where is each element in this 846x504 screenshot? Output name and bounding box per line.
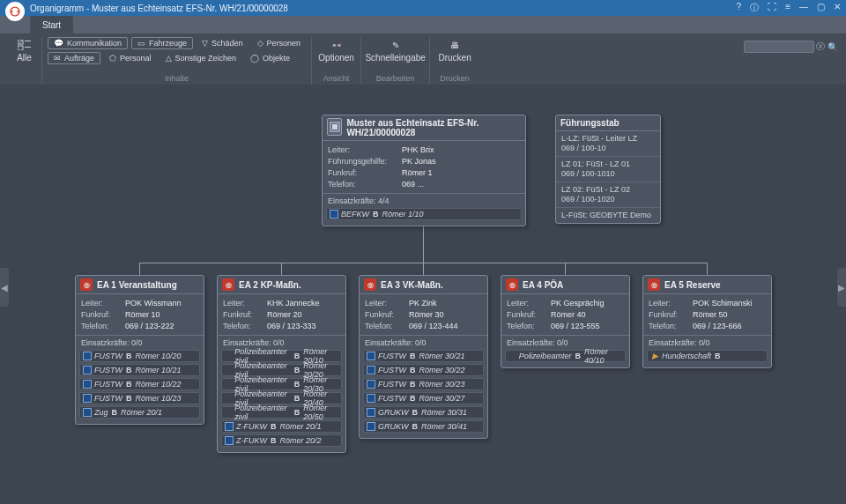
connector — [423, 263, 424, 275]
ribbon-auftrage[interactable]: ✉Aufträge — [48, 52, 100, 64]
resource-row[interactable]: Polizeibeamter zivilBRömer 20/50 — [221, 406, 342, 419]
fstab-row[interactable]: LZ 01: FüSt - LZ 01069 / 100-1010 — [556, 157, 660, 182]
resource-row[interactable]: GRUKWBRömer 30/31 — [363, 406, 484, 419]
search-input[interactable] — [744, 41, 814, 53]
field-value: Römer 1 — [402, 167, 433, 179]
resource-row[interactable]: Z-FUKWBRömer 20/2 — [221, 434, 342, 447]
status-empty-icon — [225, 366, 232, 374]
field-value: PHK Brix — [402, 145, 434, 156]
search-icon[interactable]: 🔍 — [827, 41, 839, 53]
resource-row[interactable]: FUSTWBRömer 30/23 — [363, 378, 484, 390]
unit-ek: Einsatzkräfte: 0/0 — [223, 338, 340, 347]
org-unit-card[interactable]: ◎EA 2 KP-Maßn. Leiter:KHK JanneckeFunkru… — [217, 275, 346, 453]
org-root-card[interactable]: Muster aus Echteinsatz EFS-Nr. WH/21/000… — [322, 115, 526, 226]
resource-row[interactable]: Polizeibeamter zivilBRömer 20/40 — [221, 392, 342, 404]
info-icon[interactable]: ⓘ — [750, 2, 759, 14]
svg-rect-4 — [25, 41, 31, 41]
resource-badge: B — [294, 408, 301, 417]
resource-row[interactable]: Polizeibeamter zivilBRömer 20/20 — [221, 364, 342, 376]
resource-type: Polizeibeamter — [519, 352, 572, 360]
resource-badge: B — [271, 422, 277, 431]
help-icon[interactable]: ? — [737, 2, 742, 14]
status-blue-icon — [367, 352, 375, 360]
connector — [565, 263, 566, 275]
org-unit-card[interactable]: ◎EA 3 VK-Maßn. Leiter:PK ZinkFunkruf:Röm… — [359, 275, 488, 439]
expand-icon[interactable]: ⛶ — [768, 2, 776, 14]
resource-row[interactable]: FUSTWBRömer 30/27 — [363, 392, 484, 404]
menu-icon[interactable]: ≡ — [785, 2, 790, 14]
fstab-row[interactable]: LZ 02: FüSt - LZ 02069 / 100-1020 — [556, 182, 660, 208]
resource-row[interactable]: ▶HundertschaftB — [647, 350, 768, 362]
resource-row[interactable]: Polizeibeamter zivilBRömer 20/30 — [221, 378, 342, 390]
ribbon-alle-button[interactable]: Alle — [12, 37, 36, 64]
resource-badge: B — [126, 352, 132, 360]
ribbon-fahrzeuge[interactable]: ▭Fahrzeuge — [131, 37, 193, 49]
field-label: Telefon: — [507, 321, 551, 332]
ribbon-schaden[interactable]: ▽Schäden — [197, 37, 249, 49]
tab-start[interactable]: Start — [30, 16, 73, 33]
unit-ek: Einsatzkräfte: 0/0 — [81, 338, 198, 347]
org-canvas[interactable]: ◀ ▶ Muster aus Echteinsatz EFS-Nr. WH/21… — [0, 85, 846, 490]
field-label: Funkruf: — [365, 309, 409, 321]
resource-badge: B — [410, 352, 416, 360]
resource-row[interactable]: FUSTWBRömer 10/22 — [79, 378, 200, 390]
field-value: 069 / 123-222 — [125, 321, 174, 332]
org-fuehrungsstab-card[interactable]: Führungsstab L-LZ: FüSt - Leiter LZ069 /… — [555, 115, 661, 224]
field-label: Funkruf: — [223, 309, 267, 321]
unit-title: EA 5 Reserve — [664, 280, 721, 290]
field-value: 069 / 123-444 — [409, 321, 458, 332]
resource-row[interactable]: FUSTWBRömer 30/21 — [363, 350, 484, 362]
resource-callsign: Römer 1/10 — [382, 210, 424, 219]
resource-badge: B — [126, 380, 132, 389]
ribbon-optionen[interactable]: 👓 Optionen — [317, 37, 355, 64]
ribbon-schnelleingabe[interactable]: ✎ Schnelleingabe — [367, 37, 424, 64]
resource-type: Z-FUKW — [236, 436, 267, 445]
resource-type: FUSTW — [378, 352, 406, 360]
speech-icon: 💬 — [54, 39, 63, 48]
resource-callsign: Römer 30/27 — [419, 394, 465, 403]
ribbon-personal[interactable]: ⬠Personal — [104, 52, 157, 64]
org-unit-card[interactable]: ◎EA 5 Reserve Leiter:POK SchimanskiFunkr… — [642, 275, 772, 368]
clear-icon[interactable]: ⓧ — [814, 41, 827, 53]
resource-badge: B — [373, 210, 379, 219]
close-icon[interactable]: ✕ — [834, 2, 841, 14]
ribbon-personen[interactable]: ◇Personen — [252, 37, 307, 49]
app-logo — [5, 2, 25, 21]
printer-icon: 🖶 — [447, 39, 463, 51]
ribbon-objekte[interactable]: ◯Objekte — [245, 52, 295, 64]
field-label: Leiter: — [365, 298, 409, 309]
resource-callsign: Römer 30/41 — [421, 422, 467, 431]
maximize-icon[interactable]: ▢ — [817, 2, 825, 14]
svg-rect-8 — [332, 124, 338, 130]
field-value: Römer 10 — [125, 309, 160, 321]
resource-row[interactable]: BEFKWBRömer 1/10 — [326, 208, 522, 220]
resource-row[interactable]: FUSTWBRömer 10/21 — [79, 364, 200, 376]
resource-row[interactable]: ZugBRömer 20/1 — [79, 406, 200, 419]
minimize-icon[interactable]: — — [799, 2, 808, 14]
resource-row[interactable]: FUSTWBRömer 10/23 — [79, 392, 200, 404]
org-unit-card[interactable]: ◎EA 4 PÖA Leiter:PK GesprächigFunkruf:Rö… — [501, 275, 630, 368]
resource-row[interactable]: Z-FUKWBRömer 20/1 — [221, 420, 342, 433]
resource-row[interactable]: FUSTWBRömer 10/20 — [79, 350, 200, 362]
resource-type: Polizeibeamter zivil — [234, 404, 290, 421]
ribbon-sonstige[interactable]: △Sonstige Zeichen — [160, 52, 242, 64]
org-unit-card[interactable]: ◎EA 1 Veranstaltung Leiter:POK WissmannF… — [75, 275, 204, 425]
resource-row[interactable]: FUSTWBRömer 30/22 — [363, 364, 484, 376]
resource-callsign: Römer 20/2 — [280, 436, 322, 445]
connector — [139, 263, 140, 275]
ribbon-kommunikation[interactable]: 💬Kommunikation — [48, 37, 128, 49]
circle-icon: ◯ — [250, 54, 259, 63]
resource-row[interactable]: GRUKWBRömer 30/41 — [363, 420, 484, 433]
root-title: Muster aus Echteinsatz EFS-Nr. WH/21/000… — [346, 118, 521, 137]
status-empty-icon — [225, 394, 232, 403]
status-empty-icon — [225, 380, 232, 389]
resource-row[interactable]: PolizeibeamterBRömer 40/10 — [505, 350, 626, 362]
fstab-row[interactable]: L-LZ: FüSt - Leiter LZ069 / 100-10 — [556, 131, 660, 157]
left-drawer-handle[interactable]: ◀ — [0, 268, 9, 307]
ribbon-drucken[interactable]: 🖶 Drucken — [435, 37, 474, 64]
resource-row[interactable]: Polizeibeamter zivilBRömer 20/10 — [221, 350, 342, 362]
fstab-row[interactable]: L-FüSt: GEOBYTE Demo — [556, 208, 660, 223]
resource-callsign: Römer 20/50 — [303, 404, 341, 421]
right-drawer-handle[interactable]: ▶ — [837, 268, 846, 307]
svg-rect-1 — [11, 11, 13, 11]
